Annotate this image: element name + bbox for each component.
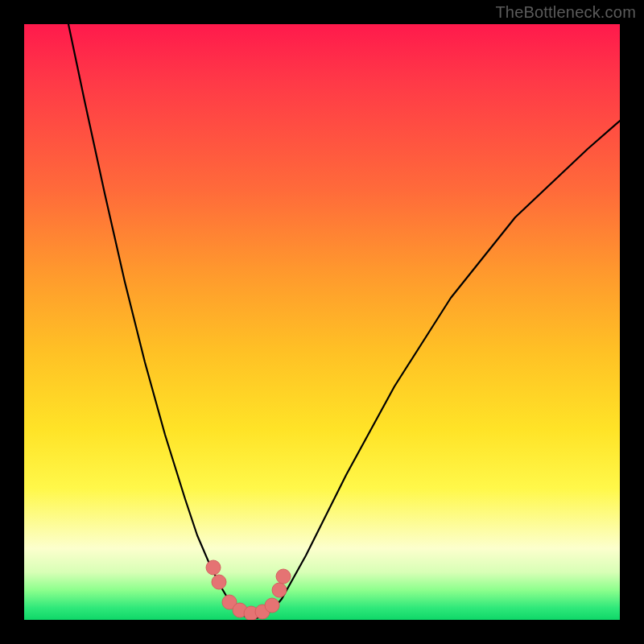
valley-marker — [212, 575, 226, 589]
valley-markers — [206, 560, 291, 620]
valley-marker — [276, 569, 291, 584]
valley-marker — [206, 560, 221, 575]
watermark-text: TheBottleneck.com — [495, 3, 636, 22]
valley-marker — [272, 583, 287, 597]
plot-area — [24, 24, 620, 620]
bottleneck-curve — [68, 24, 620, 618]
chart-frame: TheBottleneck.com — [0, 0, 644, 644]
curve-svg — [24, 24, 620, 620]
valley-marker — [265, 598, 279, 613]
